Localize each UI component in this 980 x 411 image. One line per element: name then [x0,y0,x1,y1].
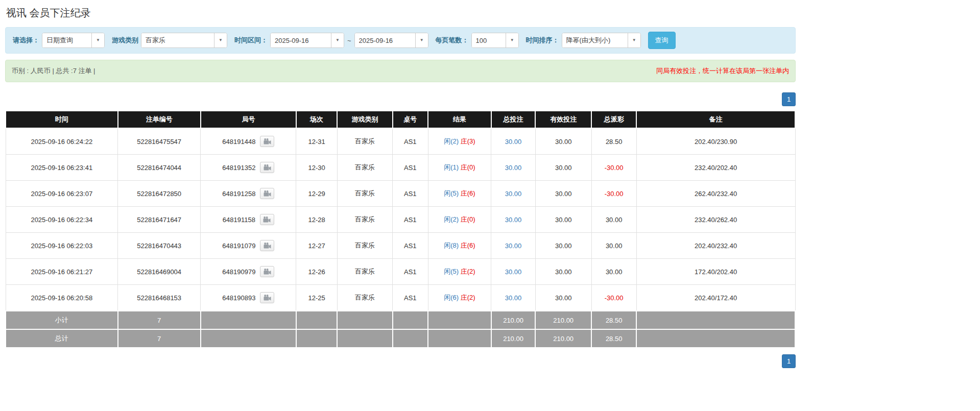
cell-session: 12-27 [296,233,337,259]
cell-table-no: AS1 [393,128,428,155]
total-count: 7 [118,329,201,348]
replay-video-button[interactable] [260,292,274,303]
cell-bet-id: 522816468153 [118,285,201,311]
total-payout: 28.50 [591,329,636,348]
cell-payout: 30.00 [591,207,636,233]
replay-video-button[interactable] [260,266,274,277]
cell-round-id: 648191158 [201,207,296,233]
video-camera-icon [264,295,271,301]
cell-session: 12-25 [296,285,337,311]
caret-down-icon: ▼ [632,38,636,42]
date-to-input[interactable] [355,33,415,47]
col-header-result: 结果 [428,111,491,128]
date-from-combobox: ▼ [270,33,344,48]
cell-time: 2025-09-16 06:20:58 [6,285,118,311]
cell-result: 闲(2) 庄(0) [428,207,491,233]
round-id-text: 648191258 [222,190,255,198]
page-1-button[interactable]: 1 [782,354,796,368]
table-row: 2025-09-16 06:23:07 522816472850 6481912… [6,181,795,207]
cell-payout: 30.00 [591,259,636,285]
result-player: 闲(5) [444,268,459,275]
cell-game-type: 百家乐 [337,128,392,155]
cell-time: 2025-09-16 06:21:27 [6,259,118,285]
cell-payout: 30.00 [591,233,636,259]
total-bet-link[interactable]: 30.00 [505,138,522,146]
total-bet-link[interactable]: 30.00 [505,216,522,224]
col-header-game-type: 游戏类别 [337,111,392,128]
time-sort-label: 时间排序： [526,36,559,45]
cell-result: 闲(1) 庄(0) [428,155,491,181]
cell-table-no: AS1 [393,285,428,311]
cell-time: 2025-09-16 06:22:34 [6,207,118,233]
cell-round-id: 648190979 [201,259,296,285]
replay-video-button[interactable] [260,188,274,199]
page-size-dropdown-button[interactable]: ▼ [506,33,518,47]
game-type-input[interactable] [141,33,214,47]
col-header-total-bet: 总投注 [491,111,536,128]
date-to-dropdown-button[interactable]: ▼ [415,33,428,47]
cell-remark: 262.40/232.40 [636,181,795,207]
cell-result: 闲(5) 庄(6) [428,181,491,207]
replay-video-button[interactable] [260,214,274,225]
total-row: 总计 7 210.00 210.00 28.50 [6,329,795,348]
total-bet-link[interactable]: 30.00 [505,268,522,276]
subtotal-valid-bet: 210.00 [535,311,591,329]
col-header-session: 场次 [296,111,337,128]
result-player: 闲(6) [444,294,459,301]
caret-down-icon: ▼ [219,38,223,42]
video-camera-icon [264,243,271,249]
query-type-input[interactable] [42,33,91,47]
cell-payout: -30.00 [591,155,636,181]
date-from-input[interactable] [271,33,331,47]
total-bet-link[interactable]: 30.00 [505,190,522,198]
result-banker: 庄(2) [461,294,475,301]
page-size-input[interactable] [472,33,506,47]
cell-table-no: AS1 [393,259,428,285]
cell-payout: -30.00 [591,181,636,207]
replay-video-button[interactable] [260,162,274,173]
table-row: 2025-09-16 06:23:41 522816474044 6481913… [6,155,795,181]
page-size-combobox: ▼ [471,33,519,48]
round-id-text: 648190893 [222,294,255,302]
video-camera-icon [264,138,271,144]
page-1-button[interactable]: 1 [782,92,796,106]
total-bet-link[interactable]: 30.00 [505,242,522,250]
table-row: 2025-09-16 06:20:58 522816468153 6481908… [6,285,795,311]
cell-valid-bet: 30.00 [535,155,591,181]
game-type-dropdown-button[interactable]: ▼ [214,33,227,47]
cell-bet-id: 522816469004 [118,259,201,285]
total-bet-link[interactable]: 30.00 [505,294,522,302]
cell-session: 12-26 [296,259,337,285]
result-banker: 庄(2) [461,268,475,275]
cell-session: 12-28 [296,207,337,233]
subtotal-count: 7 [118,311,201,329]
video-camera-icon [264,164,271,171]
cell-total-bet: 30.00 [491,155,536,181]
cell-round-id: 648190893 [201,285,296,311]
summary-currency-total: 币别 : 人民币 | 总共 :7 注单 | [12,66,95,76]
time-sort-dropdown-button[interactable]: ▼ [628,33,640,47]
time-sort-input[interactable] [562,33,628,47]
page-title: 视讯 会员下注纪录 [6,6,796,20]
col-header-table-no: 桌号 [393,111,428,128]
round-id-text: 648191079 [222,242,255,250]
cell-result: 闲(6) 庄(2) [428,285,491,311]
cell-table-no: AS1 [393,207,428,233]
replay-video-button[interactable] [260,136,274,147]
summary-bar: 币别 : 人民币 | 总共 :7 注单 | 同局有效投注，统一计算在该局第一张注… [5,60,796,82]
col-header-valid-bet: 有效投注 [535,111,591,128]
col-header-remark: 备注 [636,111,795,128]
replay-video-button[interactable] [260,240,274,251]
subtotal-label: 小计 [6,311,118,329]
cell-total-bet: 30.00 [491,285,536,311]
cell-time: 2025-09-16 06:23:41 [6,155,118,181]
date-from-dropdown-button[interactable]: ▼ [331,33,344,47]
query-type-dropdown-button[interactable]: ▼ [91,33,104,47]
search-button[interactable]: 查询 [648,32,676,49]
video-camera-icon [264,190,271,197]
cell-valid-bet: 30.00 [535,285,591,311]
total-valid-bet: 210.00 [535,329,591,348]
total-bet-link[interactable]: 30.00 [505,164,522,172]
cell-time: 2025-09-16 06:22:03 [6,233,118,259]
cell-game-type: 百家乐 [337,207,392,233]
